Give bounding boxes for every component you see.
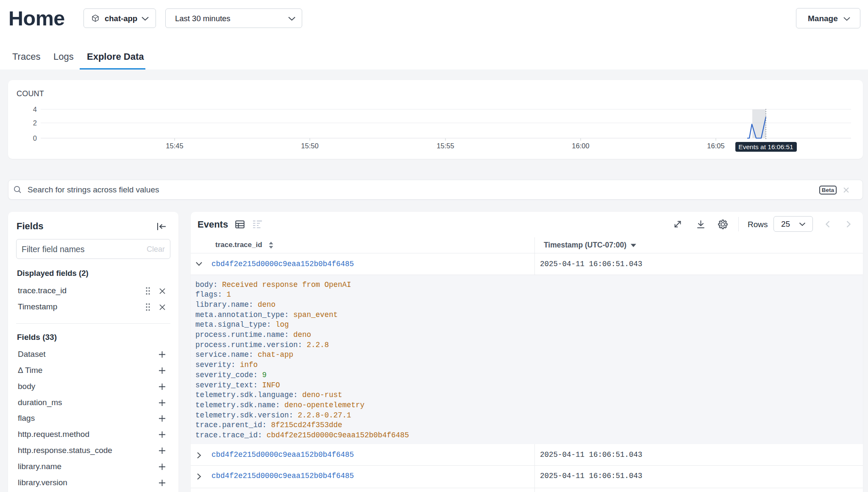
svg-text:0: 0 (33, 134, 37, 142)
svg-text:15:50: 15:50 (301, 142, 318, 150)
svg-text:15:45: 15:45 (166, 142, 183, 150)
svg-text:16:05: 16:05 (707, 142, 724, 150)
svg-text:2: 2 (33, 119, 37, 127)
svg-text:Events at 16:06:51: Events at 16:06:51 (738, 143, 793, 150)
svg-text:15:55: 15:55 (437, 142, 454, 150)
svg-text:16:00: 16:00 (572, 142, 589, 150)
svg-text:4: 4 (33, 106, 37, 113)
